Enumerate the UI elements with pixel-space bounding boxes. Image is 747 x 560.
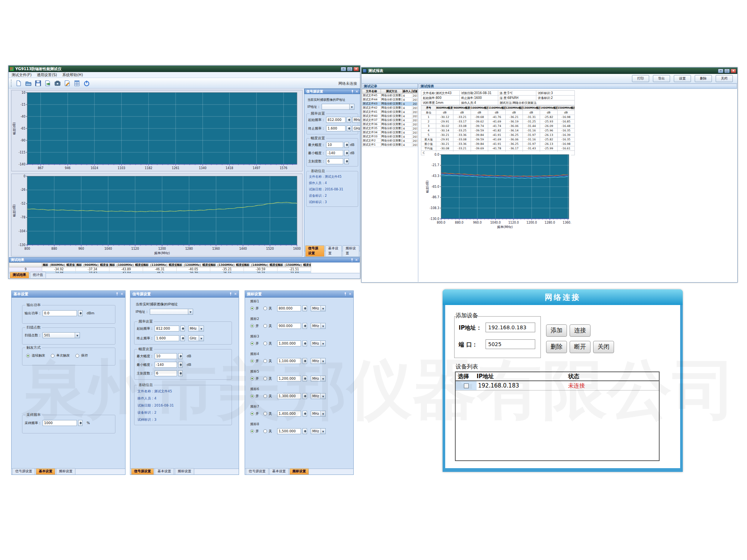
record-row[interactable]: 测试文件44网络分析仪测量法42016-08-31 [362, 98, 418, 102]
basic-panel-titlebar[interactable]: 基本设置 × [12, 291, 125, 298]
stop-freq-input[interactable]: 1.600 [326, 125, 345, 131]
pin-icon[interactable] [351, 90, 354, 93]
marker-freq-input[interactable]: 1,200.000 [277, 376, 301, 382]
sample-stepper[interactable] [78, 420, 83, 426]
marker-freq-stepper[interactable] [303, 376, 307, 382]
max-amp-stepper[interactable] [178, 353, 183, 359]
port-input[interactable]: 5025 [486, 339, 535, 349]
marker-off-radio[interactable] [263, 377, 267, 380]
marker-off-radio[interactable] [263, 412, 267, 416]
print-button[interactable]: 打印 [632, 75, 649, 82]
marker-on-radio[interactable] [250, 307, 254, 310]
checkbox[interactable] [464, 383, 469, 388]
results-row[interactable]: 9-34.92-37.34-43.89-46.31-40.05-35.21-30… [9, 267, 311, 271]
record-row[interactable]: 测试文件45网络分析仪测量法42016-08-31 [362, 94, 418, 98]
marker-freq-stepper[interactable] [303, 411, 307, 417]
start-freq-input[interactable]: 812.000 [326, 117, 345, 123]
settings-button[interactable]: 设置 [674, 75, 691, 82]
marker-off-radio[interactable] [263, 394, 267, 398]
report-window-titlebar[interactable]: 测试报表 ‒ □ × [362, 68, 737, 74]
tab-基本设置[interactable]: 基本设置 [325, 245, 342, 256]
start-freq-unit[interactable]: MHz▼ [188, 326, 204, 332]
delete-button[interactable]: 删除 [695, 75, 712, 82]
tab-信号源设置[interactable]: 信号源设置 [305, 245, 325, 256]
marker-off-radio[interactable] [263, 359, 267, 363]
marker-on-radio[interactable] [250, 377, 254, 380]
close-icon[interactable]: × [234, 292, 237, 296]
marker-on-radio[interactable] [250, 429, 254, 433]
export-button[interactable]: 导出 [653, 75, 670, 82]
tab-频标设置[interactable]: 频标设置 [289, 468, 309, 475]
marker-unit-select[interactable]: MHz▼ [311, 340, 326, 346]
source-panel-titlebar[interactable]: 信号源设置 × [130, 291, 239, 298]
marker-freq-stepper[interactable] [303, 323, 307, 329]
export-icon[interactable] [44, 80, 52, 87]
max-amp-input[interactable]: 10 [155, 353, 177, 359]
record-row[interactable]: 测试文件35网络分析仪测量法42016-08-31 [362, 127, 418, 131]
marker-on-radio[interactable] [250, 394, 254, 398]
marker-freq-input[interactable]: 1,000.000 [277, 340, 301, 346]
open-file-icon[interactable] [25, 80, 32, 87]
marker-off-radio[interactable] [263, 342, 267, 345]
marker-freq-input[interactable]: 1,400.000 [277, 411, 301, 417]
menu-system-help[interactable]: 系统帮助(H) [62, 72, 83, 78]
marker-on-radio[interactable] [250, 412, 254, 416]
min-amp-stepper[interactable] [344, 150, 349, 156]
min-amp-input[interactable]: -140 [155, 362, 177, 368]
camera-icon[interactable] [54, 80, 61, 87]
tab-信号源设置[interactable]: 信号源设置 [12, 468, 35, 475]
menu-test-file[interactable]: 测试文件(F) [12, 72, 32, 78]
record-row[interactable]: 测试文件2网络分析仪测量法42016-08-31 [362, 139, 418, 143]
close-button[interactable]: 关闭 [593, 341, 614, 353]
marker-unit-select[interactable]: MHz▼ [311, 323, 326, 329]
radio-single[interactable] [51, 354, 55, 358]
points-select[interactable]: 501▼ [43, 332, 80, 338]
record-row[interactable]: 测试文件1网络分析仪测量法42016-08-31 [362, 143, 418, 147]
close-icon[interactable]: × [355, 90, 358, 93]
stop-freq-input[interactable]: 1.600 [155, 335, 179, 341]
device-row[interactable]: 192.168.0.183 未连接 [456, 381, 659, 391]
tab-统计值[interactable]: 统计值 [30, 272, 46, 278]
stop-freq-unit[interactable]: GHz▼ [352, 125, 360, 131]
chevron-down-icon[interactable]: ▼ [75, 333, 80, 338]
pin-icon[interactable] [116, 292, 118, 296]
maximize-icon[interactable]: □ [347, 67, 353, 71]
record-row[interactable]: 测试文件40网络分析仪测量法42016-08-31 [362, 114, 418, 118]
report-icon[interactable] [73, 80, 81, 87]
power-icon[interactable] [83, 80, 90, 87]
tab-基本设置[interactable]: 基本设置 [36, 468, 55, 475]
marker-freq-stepper[interactable] [303, 340, 307, 346]
tab-频标设置[interactable]: 频标设置 [175, 468, 194, 475]
minimize-icon[interactable]: ‒ [341, 67, 346, 71]
record-row[interactable]: 测试文件41网络分析仪测量法42016-08-31 [362, 110, 418, 114]
marker-unit-select[interactable]: MHz▼ [311, 428, 326, 434]
marker-off-radio[interactable] [263, 429, 267, 433]
record-row[interactable]: 测试文件33网络分析仪测量法42016-08-31 [362, 135, 418, 139]
ip-input[interactable]: 192.168.0.183 [486, 323, 535, 332]
marker-freq-input[interactable]: 1,500.000 [277, 428, 301, 434]
stop-freq-unit[interactable]: GHz▼ [188, 335, 204, 341]
start-freq-unit[interactable]: MHz▼ [352, 117, 360, 123]
pin-icon[interactable] [344, 292, 347, 296]
ip-select[interactable]: ▼ [150, 309, 193, 315]
div-input[interactable]: 6 [155, 370, 177, 376]
marker-freq-input[interactable]: 800.000 [277, 305, 301, 311]
record-row[interactable]: 测试文件42网络分析仪测量法42016-08-31 [362, 106, 418, 110]
radio-hold[interactable] [75, 354, 79, 358]
max-amp-input[interactable]: 10 [326, 142, 343, 148]
marker-unit-select[interactable]: MHz▼ [311, 358, 326, 364]
min-amp-input[interactable]: -140 [326, 150, 343, 156]
marker-freq-input[interactable]: 1,300.000 [277, 393, 301, 399]
save-icon[interactable] [34, 80, 42, 87]
tab-测试结果[interactable]: 测试结果 [10, 272, 29, 278]
results-titlebar[interactable]: 测试结果 × [9, 257, 360, 262]
marker-on-radio[interactable] [250, 324, 254, 328]
tab-基本设置[interactable]: 基本设置 [269, 468, 289, 475]
power-stepper[interactable] [78, 310, 83, 316]
record-row[interactable]: 测试文件34网络分析仪测量法42016-08-31 [362, 131, 418, 135]
pin-icon[interactable] [351, 258, 353, 262]
radio-continuous[interactable] [26, 354, 30, 358]
start-freq-stepper[interactable] [347, 117, 351, 123]
tab-频标设置[interactable]: 频标设置 [342, 245, 359, 256]
marker-off-radio[interactable] [263, 307, 267, 310]
